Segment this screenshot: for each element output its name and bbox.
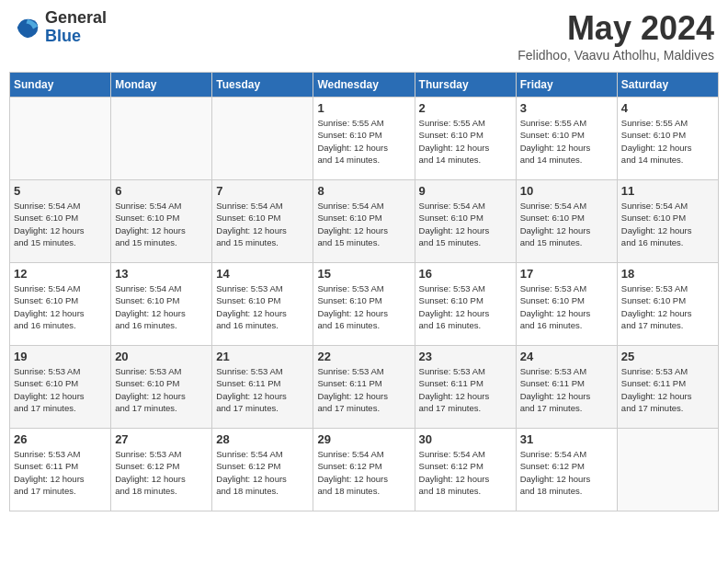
day-number: 23: [419, 350, 512, 363]
day-info: Sunrise: 5:53 AM Sunset: 6:12 PM Dayligh…: [115, 448, 208, 497]
table-row: 3Sunrise: 5:55 AM Sunset: 6:10 PM Daylig…: [516, 98, 617, 180]
day-number: 16: [419, 267, 512, 281]
day-number: 22: [317, 350, 410, 363]
day-number: 30: [419, 432, 512, 446]
day-info: Sunrise: 5:55 AM Sunset: 6:10 PM Dayligh…: [317, 117, 410, 166]
calendar-week-row: 19Sunrise: 5:53 AM Sunset: 6:10 PM Dayli…: [10, 346, 719, 429]
day-number: 26: [14, 432, 107, 446]
header-thursday: Thursday: [415, 73, 516, 98]
day-info: Sunrise: 5:55 AM Sunset: 6:10 PM Dayligh…: [621, 117, 714, 166]
day-number: 5: [14, 184, 107, 198]
day-number: 27: [115, 432, 208, 446]
day-info: Sunrise: 5:54 AM Sunset: 6:10 PM Dayligh…: [520, 200, 613, 248]
day-info: Sunrise: 5:55 AM Sunset: 6:10 PM Dayligh…: [520, 117, 613, 166]
table-row: 30Sunrise: 5:54 AM Sunset: 6:12 PM Dayli…: [415, 429, 516, 511]
logo-general: General: [45, 9, 107, 28]
header-monday: Monday: [111, 73, 212, 98]
day-number: 12: [14, 267, 107, 281]
table-row: 28Sunrise: 5:54 AM Sunset: 6:12 PM Dayli…: [212, 429, 313, 511]
header: General Blue May 2024 Felidhoo, Vaavu At…: [9, 9, 719, 63]
calendar-table: Sunday Monday Tuesday Wednesday Thursday…: [9, 72, 719, 511]
day-info: Sunrise: 5:54 AM Sunset: 6:10 PM Dayligh…: [216, 200, 309, 248]
header-sunday: Sunday: [10, 73, 111, 98]
table-row: 27Sunrise: 5:53 AM Sunset: 6:12 PM Dayli…: [111, 429, 212, 511]
day-info: Sunrise: 5:54 AM Sunset: 6:10 PM Dayligh…: [419, 200, 512, 248]
day-number: 7: [216, 184, 309, 198]
weekday-header-row: Sunday Monday Tuesday Wednesday Thursday…: [10, 73, 719, 98]
table-row: 4Sunrise: 5:55 AM Sunset: 6:10 PM Daylig…: [617, 98, 718, 180]
logo-blue: Blue: [45, 28, 107, 46]
logo-icon: [14, 14, 41, 41]
calendar-week-row: 5Sunrise: 5:54 AM Sunset: 6:10 PM Daylig…: [10, 180, 719, 263]
day-info: Sunrise: 5:54 AM Sunset: 6:12 PM Dayligh…: [419, 448, 512, 497]
table-row: [212, 98, 313, 180]
table-row: [617, 429, 718, 511]
day-info: Sunrise: 5:53 AM Sunset: 6:10 PM Dayligh…: [317, 282, 410, 331]
day-info: Sunrise: 5:53 AM Sunset: 6:11 PM Dayligh…: [317, 365, 410, 414]
day-info: Sunrise: 5:53 AM Sunset: 6:10 PM Dayligh…: [14, 365, 107, 414]
day-info: Sunrise: 5:54 AM Sunset: 6:10 PM Dayligh…: [14, 200, 107, 248]
table-row: 20Sunrise: 5:53 AM Sunset: 6:10 PM Dayli…: [111, 346, 212, 429]
table-row: [10, 98, 111, 180]
table-row: 8Sunrise: 5:54 AM Sunset: 6:10 PM Daylig…: [313, 180, 415, 263]
table-row: 2Sunrise: 5:55 AM Sunset: 6:10 PM Daylig…: [415, 98, 516, 180]
calendar-week-row: 1Sunrise: 5:55 AM Sunset: 6:10 PM Daylig…: [10, 98, 719, 180]
table-row: 14Sunrise: 5:53 AM Sunset: 6:10 PM Dayli…: [212, 263, 313, 346]
table-row: 29Sunrise: 5:54 AM Sunset: 6:12 PM Dayli…: [313, 429, 415, 511]
table-row: 31Sunrise: 5:54 AM Sunset: 6:12 PM Dayli…: [516, 429, 617, 511]
table-row: 19Sunrise: 5:53 AM Sunset: 6:10 PM Dayli…: [10, 346, 111, 429]
day-info: Sunrise: 5:54 AM Sunset: 6:10 PM Dayligh…: [14, 282, 107, 331]
table-row: 9Sunrise: 5:54 AM Sunset: 6:10 PM Daylig…: [415, 180, 516, 263]
day-number: 9: [419, 184, 512, 198]
day-info: Sunrise: 5:55 AM Sunset: 6:10 PM Dayligh…: [419, 117, 512, 166]
day-number: 4: [621, 101, 714, 115]
day-number: 1: [317, 101, 410, 115]
table-row: 10Sunrise: 5:54 AM Sunset: 6:10 PM Dayli…: [516, 180, 617, 263]
calendar-week-row: 26Sunrise: 5:53 AM Sunset: 6:11 PM Dayli…: [10, 429, 719, 511]
day-number: 19: [14, 350, 107, 363]
day-info: Sunrise: 5:53 AM Sunset: 6:10 PM Dayligh…: [115, 365, 208, 414]
table-row: 5Sunrise: 5:54 AM Sunset: 6:10 PM Daylig…: [10, 180, 111, 263]
day-info: Sunrise: 5:54 AM Sunset: 6:10 PM Dayligh…: [115, 200, 208, 248]
table-row: 13Sunrise: 5:54 AM Sunset: 6:10 PM Dayli…: [111, 263, 212, 346]
table-row: 26Sunrise: 5:53 AM Sunset: 6:11 PM Dayli…: [10, 429, 111, 511]
month-title: May 2024: [518, 9, 714, 48]
logo: General Blue: [14, 9, 107, 46]
day-number: 29: [317, 432, 410, 446]
day-number: 2: [419, 101, 512, 115]
day-info: Sunrise: 5:54 AM Sunset: 6:12 PM Dayligh…: [216, 448, 309, 497]
day-number: 31: [520, 432, 613, 446]
day-number: 14: [216, 267, 309, 281]
day-number: 3: [520, 101, 613, 115]
day-number: 24: [520, 350, 613, 363]
day-number: 15: [317, 267, 410, 281]
day-number: 6: [115, 184, 208, 198]
day-number: 8: [317, 184, 410, 198]
table-row: 17Sunrise: 5:53 AM Sunset: 6:10 PM Dayli…: [516, 263, 617, 346]
day-info: Sunrise: 5:53 AM Sunset: 6:10 PM Dayligh…: [216, 282, 309, 331]
table-row: 24Sunrise: 5:53 AM Sunset: 6:11 PM Dayli…: [516, 346, 617, 429]
header-friday: Friday: [516, 73, 617, 98]
table-row: 18Sunrise: 5:53 AM Sunset: 6:10 PM Dayli…: [617, 263, 718, 346]
day-info: Sunrise: 5:54 AM Sunset: 6:10 PM Dayligh…: [115, 282, 208, 331]
day-info: Sunrise: 5:53 AM Sunset: 6:11 PM Dayligh…: [621, 365, 714, 414]
day-info: Sunrise: 5:53 AM Sunset: 6:11 PM Dayligh…: [216, 365, 309, 414]
header-wednesday: Wednesday: [313, 73, 415, 98]
table-row: 12Sunrise: 5:54 AM Sunset: 6:10 PM Dayli…: [10, 263, 111, 346]
day-number: 17: [520, 267, 613, 281]
day-number: 28: [216, 432, 309, 446]
table-row: 11Sunrise: 5:54 AM Sunset: 6:10 PM Dayli…: [617, 180, 718, 263]
day-info: Sunrise: 5:53 AM Sunset: 6:10 PM Dayligh…: [520, 282, 613, 331]
day-info: Sunrise: 5:53 AM Sunset: 6:11 PM Dayligh…: [419, 365, 512, 414]
day-number: 21: [216, 350, 309, 363]
table-row: 25Sunrise: 5:53 AM Sunset: 6:11 PM Dayli…: [617, 346, 718, 429]
location-subtitle: Felidhoo, Vaavu Atholhu, Maldives: [518, 48, 714, 63]
table-row: 1Sunrise: 5:55 AM Sunset: 6:10 PM Daylig…: [313, 98, 415, 180]
day-info: Sunrise: 5:53 AM Sunset: 6:10 PM Dayligh…: [419, 282, 512, 331]
day-info: Sunrise: 5:54 AM Sunset: 6:12 PM Dayligh…: [317, 448, 410, 497]
day-info: Sunrise: 5:54 AM Sunset: 6:12 PM Dayligh…: [520, 448, 613, 497]
day-number: 18: [621, 267, 714, 281]
day-number: 20: [115, 350, 208, 363]
table-row: 22Sunrise: 5:53 AM Sunset: 6:11 PM Dayli…: [313, 346, 415, 429]
title-area: May 2024 Felidhoo, Vaavu Atholhu, Maldiv…: [518, 9, 714, 63]
